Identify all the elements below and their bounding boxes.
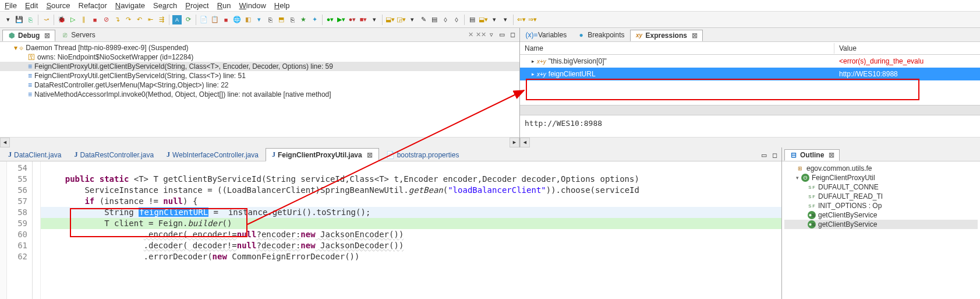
stack-frame[interactable]: ≡FeignClientProxyUtil.getClientByService… — [0, 71, 519, 80]
tb-i3[interactable]: ▾ — [254, 15, 264, 24]
outline-item[interactable]: S FINIT_OPTIONS : Op — [784, 201, 978, 210]
menu-source[interactable]: Source — [46, 1, 70, 10]
tb-browser[interactable]: 🌐 — [232, 15, 242, 24]
stack-frame[interactable]: ▾ ⟐Daemon Thread [http-nio-8989-exec-9] … — [0, 43, 519, 52]
tab-debug[interactable]: ⬢ Debug ⊠ — [2, 30, 55, 41]
minimize-icon[interactable]: ▭ — [497, 30, 507, 40]
tb-i15[interactable]: ▤ — [430, 15, 439, 24]
step-return-icon[interactable]: ↶ — [135, 15, 144, 24]
save-icon[interactable]: 💾 — [15, 15, 24, 24]
menu-run[interactable]: Run — [217, 1, 231, 10]
view-menu-icon[interactable]: ▿ — [487, 30, 496, 40]
tb-i13[interactable]: ▾ — [408, 15, 417, 24]
expressions-rows[interactable]: ▸ x+y "this.bigVersion[0]"<error(s)_duri… — [520, 55, 980, 105]
stop-icon[interactable]: ■ — [90, 15, 100, 24]
skip-icon[interactable]: ⤻ — [41, 15, 51, 24]
tb-i11[interactable]: ⬓▾ — [385, 15, 395, 24]
tb-i4[interactable]: ⎘ — [266, 15, 275, 24]
tb-i10[interactable]: ▾ — [370, 15, 379, 24]
close-icon[interactable]: ⊠ — [829, 151, 834, 159]
new-icon[interactable]: ▾ — [3, 15, 13, 24]
minimize-icon[interactable]: ▭ — [759, 150, 769, 160]
use-step-filters-icon[interactable]: ⇶ — [157, 15, 166, 24]
tab-servers[interactable]: ⎚ Servers — [55, 29, 100, 41]
code-line[interactable]: .decoder( decoder!=null?decoder:new Jack… — [41, 240, 781, 251]
disconnect-icon[interactable]: ⊘ — [101, 15, 111, 24]
code-line[interactable]: public static <T> T getClientByServiceId… — [41, 174, 781, 185]
close-icon[interactable]: ⊠ — [692, 31, 698, 40]
forward-icon[interactable]: ⇒▾ — [528, 15, 537, 24]
code-line[interactable] — [41, 163, 781, 174]
menu-project[interactable]: Project — [185, 1, 208, 10]
code-line[interactable]: ServiceInstance instance = ((LoadBalance… — [41, 185, 781, 196]
debug-stack-tree[interactable]: ▾ ⟐Daemon Thread [http-nio-8989-exec-9] … — [0, 42, 519, 137]
outline-item[interactable]: S FDUFAULT_READ_TI — [784, 192, 978, 201]
breakpoint-gutter[interactable] — [0, 161, 7, 299]
tb-refresh[interactable]: ⟳ — [183, 15, 193, 24]
maximize-icon[interactable]: ◻ — [770, 150, 779, 160]
menu-edit[interactable]: Edit — [25, 1, 38, 10]
debug-icon[interactable]: 🐞 — [57, 15, 66, 24]
pause-icon[interactable]: ∥ — [79, 15, 89, 24]
tab-expressions[interactable]: xy Expressions ⊠ — [630, 30, 703, 41]
tb-i2[interactable]: ◧ — [243, 15, 253, 24]
tb-i17[interactable]: ◊ — [452, 15, 461, 24]
tb-cal[interactable]: 📋 — [210, 15, 220, 24]
vars-hscroll[interactable]: ◄ — [520, 137, 980, 147]
menu-help[interactable]: Help — [274, 1, 290, 10]
col-value[interactable]: Value — [834, 43, 980, 54]
tb-stop2[interactable]: ■▾ — [359, 15, 368, 24]
code-line[interactable]: .encoder( encoder!=null?encoder:new Jack… — [41, 229, 781, 240]
run-dropdown-icon[interactable]: ●▾ — [326, 15, 335, 24]
tb-i19[interactable]: ⬓▾ — [479, 15, 488, 24]
resume-icon[interactable]: ▷ — [68, 15, 77, 24]
fold-gutter[interactable] — [33, 161, 41, 299]
tb-i21[interactable]: ▾ — [501, 15, 510, 24]
col-name[interactable]: Name — [520, 43, 834, 54]
editor-tab[interactable]: J WebInterfaceController.java — [161, 149, 264, 161]
tb-i5[interactable]: ⬒ — [277, 15, 286, 24]
tb-a[interactable]: A — [172, 15, 182, 24]
tb-i9[interactable]: ●▾ — [348, 15, 357, 24]
stack-frame[interactable]: ⚿owns: NioEndpoint$NioSocketWrapper (id=… — [0, 52, 519, 62]
tb-i20[interactable]: ▾ — [490, 15, 499, 24]
outline-item[interactable]: ●SgetClientByService — [784, 220, 978, 229]
save-all-icon[interactable]: ⎘ — [26, 15, 35, 24]
close-icon[interactable]: ⊠ — [367, 151, 373, 159]
scroll-left-icon[interactable]: ◄ — [0, 138, 10, 147]
step-over-icon[interactable]: ↷ — [123, 15, 133, 24]
remove-icon[interactable]: ✕ — [466, 30, 475, 40]
code-line[interactable]: T client = Feign.builder() — [41, 218, 781, 229]
code-line[interactable]: .errorDecoder(new CommonFeignErrorDecode… — [41, 251, 781, 262]
tb-i16[interactable]: ◊ — [441, 15, 450, 24]
run-config-icon[interactable]: ▶▾ — [337, 15, 346, 24]
tb-i7[interactable]: ★ — [299, 15, 308, 24]
expression-row[interactable]: ▸ x+y feignClientURLhttp://WES10:8988 — [520, 68, 980, 80]
tab-breakpoints[interactable]: ● Breakpoints — [572, 29, 629, 41]
tb-i8[interactable]: ✦ — [310, 15, 319, 24]
stack-frame[interactable]: ≡NativeMethodAccessorImpl.invoke0(Method… — [0, 90, 519, 99]
menu-refactor[interactable]: Refactor — [79, 1, 107, 10]
outline-tree[interactable]: ⊞egov.common.utils.fe▾ ΘFeignClientProxy… — [782, 161, 980, 299]
tab-variables[interactable]: (x)= Variables — [522, 29, 572, 41]
close-icon[interactable]: ⊠ — [44, 31, 50, 40]
menu-search[interactable]: Search — [153, 1, 177, 10]
menu-window[interactable]: Window — [239, 1, 266, 10]
maximize-icon[interactable]: ◻ — [508, 30, 517, 40]
tb-i14[interactable]: ✎ — [419, 15, 428, 24]
scroll-right-icon[interactable]: ► — [510, 138, 519, 147]
code-line[interactable]: if (instance != null) { — [41, 196, 781, 207]
editor-tab[interactable]: 📄 bootstrap.properties — [380, 149, 465, 161]
editor-tab[interactable]: J FeignClientProxyUtil.java ⊠ — [266, 148, 379, 161]
editor-tab[interactable]: J DataClient.java — [2, 149, 67, 161]
stack-frame[interactable]: ≡FeignClientProxyUtil.getClientByService… — [0, 62, 519, 71]
code-line[interactable]: String feignClientURL = instance.getUri(… — [41, 207, 781, 218]
tb-i18[interactable]: ▤ — [468, 15, 477, 24]
menu-navigate[interactable]: Navigate — [115, 1, 145, 10]
outline-item[interactable]: S FDUFAULT_CONNE — [784, 182, 978, 192]
code-editor[interactable]: public static <T> T getClientByServiceId… — [41, 161, 781, 299]
tb-i1[interactable]: ■ — [221, 15, 231, 24]
menu-file[interactable]: File — [5, 1, 17, 10]
tb-i6[interactable]: ⎘ — [288, 15, 297, 24]
drop-to-frame-icon[interactable]: ⇤ — [146, 15, 155, 24]
